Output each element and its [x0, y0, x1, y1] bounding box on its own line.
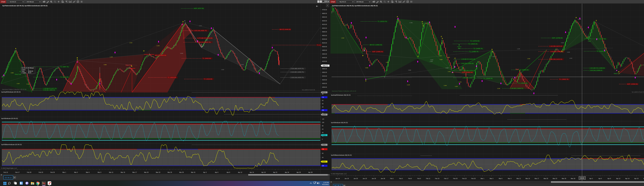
svg-text:0.886: 0.886	[578, 19, 581, 20]
svg-text:1.130 AB=CD (14415.00): 1.130 AB=CD (14415.00)	[461, 58, 475, 60]
svg-text:T2: (4318.00): T2: (4318.00)	[204, 78, 212, 80]
svg-text:50: 50	[322, 157, 324, 158]
svg-text:4300.00: 4300.00	[322, 83, 327, 84]
svg-text:99.25: 99.25	[28, 72, 31, 73]
svg-text:4420.00: 4420.00	[322, 61, 327, 62]
svg-text:F: F	[327, 5, 328, 7]
svg-text:Feb 23: Feb 23	[462, 178, 466, 179]
svg-text:Mar 6: Mar 6	[499, 178, 502, 179]
svg-text:2.240: 2.240	[444, 85, 447, 86]
svg-text:1.618 (XA) (13938.25): 1.618 (XA) (13938.25)	[590, 70, 602, 71]
svg-text:Mar 20: Mar 20	[144, 171, 148, 173]
svg-text:0.886 (OB) (14222.25): 0.886 (OB) (14222.25)	[549, 59, 562, 60]
svg-text:Apr 28: Apr 28	[308, 171, 312, 173]
svg-text:X: X	[384, 76, 385, 78]
svg-text:0.618: 0.618	[180, 53, 183, 54]
svg-text:Jan 23: Jan 23	[362, 178, 367, 179]
svg-text:0.886: 0.886	[104, 64, 107, 65]
svg-text:0.618: 0.618	[561, 42, 564, 43]
svg-text:hpcPatternsIndicator (ES 06-22: hpcPatternsIndicator (ES 06-22), hpcHSIA…	[2, 5, 48, 7]
svg-text:4580.00: 4580.00	[322, 31, 327, 33]
svg-text:Jan 28: Jan 28	[381, 178, 385, 179]
svg-text:Apr 21: Apr 21	[273, 171, 277, 173]
svg-text:1.618: 1.618	[569, 58, 572, 59]
svg-text:C: C	[441, 42, 442, 44]
svg-text:Mar 3: Mar 3	[74, 171, 78, 173]
svg-text:1.618 (XA) (4585.75): 1.618 (XA) (4585.75)	[194, 30, 207, 31]
svg-text:Feb 25: Feb 25	[471, 178, 476, 179]
svg-text:Apr 3: Apr 3	[203, 171, 206, 173]
svg-text:Apr 14: Apr 14	[625, 178, 629, 179]
svg-text:60: 60	[322, 153, 324, 154]
svg-text:Mar 11: Mar 11	[516, 178, 521, 179]
svg-text:Apr 19: Apr 19	[262, 171, 266, 173]
svg-text:Deep Crab: Deep Crab	[126, 64, 132, 66]
svg-text:2.000: 2.000	[430, 61, 433, 62]
svg-text:T1: (14380.75): T1: (14380.75)	[469, 51, 478, 52]
svg-text:Apr 8: Apr 8	[227, 171, 230, 173]
svg-text:0.886: 0.886	[446, 67, 448, 69]
svg-text:1.618: 1.618	[455, 86, 458, 87]
svg-text:4640.00: 4640.00	[322, 20, 327, 22]
svg-text:4340.00: 4340.00	[322, 75, 327, 77]
svg-text:# bars:: # bars:	[22, 69, 26, 70]
svg-text:Apr 14: Apr 14	[250, 171, 254, 173]
svg-text:C: C	[441, 36, 442, 37]
svg-text:O: O	[492, 51, 493, 52]
svg-text:240 Minute: 240 Minute	[356, 1, 364, 3]
svg-text:hpcHSIIndicator (ES 06-22): hpcHSIIndicator (ES 06-22)	[1, 118, 18, 119]
svg-text:hpc patterns found: [9]: hpc patterns found: [9]	[632, 91, 644, 93]
svg-text:T2: (14702.00): T2: (14702.00)	[470, 40, 480, 42]
svg-text:A: A	[397, 16, 398, 18]
svg-text:4280.00: 4280.00	[322, 86, 327, 88]
svg-text:+: +	[14, 176, 15, 179]
svg-text:0.382: 0.382	[447, 57, 450, 58]
svg-text:Jan 20: Jan 20	[354, 178, 358, 179]
svg-text:4540.00: 4540.00	[322, 38, 327, 40]
svg-text:Mar 23: Mar 23	[553, 178, 557, 179]
svg-text:30: 30	[322, 109, 324, 111]
svg-text:4480.00: 4480.00	[322, 49, 327, 51]
svg-text:Apr 19: Apr 19	[634, 178, 638, 179]
svg-text:HOP: (14406.25): HOP: (14406.25)	[372, 51, 383, 52]
svg-text:A: A	[442, 38, 443, 39]
svg-text:4700.00: 4700.00	[322, 9, 327, 11]
svg-text:Harmonic Pattern Collection v2: Harmonic Pattern Collection v20.12.16	[332, 90, 356, 92]
svg-text:Feb 11: Feb 11	[426, 178, 430, 179]
svg-text:Apr 6: Apr 6	[598, 178, 602, 179]
svg-text:3.140: 3.140	[458, 81, 462, 83]
svg-text:2.240: 2.240	[156, 45, 160, 46]
svg-text:08:56:32: 08:56:32	[28, 70, 33, 72]
svg-text:0.886 (XA) (13791.25): 0.886 (XA) (13791.25)	[462, 70, 475, 71]
svg-text:Apr 12: Apr 12	[616, 178, 620, 179]
svg-text:40: 40	[322, 106, 324, 108]
svg-text:Mar 29: Mar 29	[179, 171, 184, 173]
svg-text:B: B	[459, 44, 460, 46]
svg-text:© 2022 NinjaTrader, LLC: © 2022 NinjaTrader, LLC	[1, 167, 17, 169]
svg-text:T1: (13692.75): T1: (13692.75)	[559, 78, 568, 80]
svg-text:2.618: 2.618	[567, 52, 570, 53]
svg-text:1.618 (AB) (4378.75): 1.618 (AB) (4378.75)	[290, 68, 304, 69]
svg-text:0: 0	[322, 139, 323, 140]
svg-text:4460.00: 4460.00	[322, 53, 327, 55]
svg-text:Apr 21: Apr 21	[643, 178, 644, 179]
svg-text:T2: (14747.00): T2: (14747.00)	[596, 38, 606, 40]
svg-text:70: 70	[322, 97, 324, 98]
svg-text:Mar 1: Mar 1	[62, 171, 66, 173]
svg-text:2.000 (BC) (13627.50): 2.000 (BC) (13627.50)	[462, 77, 476, 78]
svg-text:Mar 25: Mar 25	[168, 171, 172, 173]
svg-text:0.707: 0.707	[199, 25, 202, 27]
svg-text:1.130 (OB) (14574.25): 1.130 (OB) (14574.25)	[549, 46, 562, 47]
svg-text:Mar 11: Mar 11	[109, 171, 113, 173]
svg-text:Apr 8: Apr 8	[608, 178, 611, 179]
svg-text:A: A	[576, 17, 577, 18]
svg-text:T1: (4434.50): T1: (4434.50)	[202, 58, 211, 59]
svg-text:A: A	[184, 20, 185, 22]
svg-text:C: C	[23, 61, 24, 63]
svg-text:Mar 1: Mar 1	[481, 178, 484, 179]
svg-text:Jan 26: Jan 26	[372, 178, 376, 179]
svg-text:X: X	[561, 50, 562, 52]
svg-text:3.140: 3.140	[407, 84, 410, 85]
svg-text:40: 40	[322, 132, 324, 133]
svg-text:hpcRSIBammIndicator (ES 06-22): hpcRSIBammIndicator (ES 06-22)	[1, 144, 22, 145]
